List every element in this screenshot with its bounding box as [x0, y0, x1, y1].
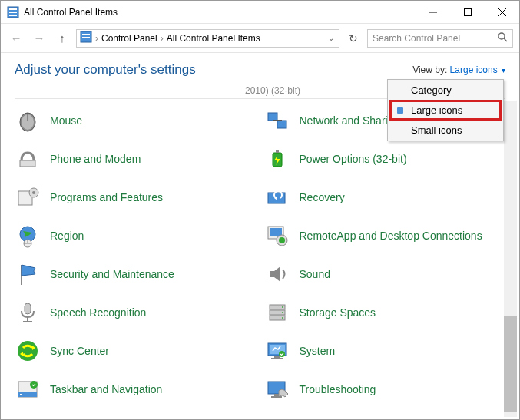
- address-bar[interactable]: › Control Panel › All Control Panel Item…: [76, 29, 339, 48]
- svg-point-35: [279, 237, 285, 243]
- svg-rect-52: [274, 356, 280, 358]
- item-label: Phone and Modem: [50, 153, 141, 166]
- svg-rect-10: [82, 37, 90, 38]
- breadcrumb-sep-icon: ›: [161, 33, 164, 44]
- svg-point-58: [30, 381, 38, 389]
- region-icon: [15, 223, 41, 249]
- item-programs-features[interactable]: Programs and Features: [15, 184, 257, 211]
- items-grid: Mouse Network and Sharing Center Phone a…: [15, 99, 505, 403]
- viewby-current: Large icons: [450, 64, 498, 75]
- system-icon: [264, 338, 290, 364]
- flag-icon: [15, 261, 41, 287]
- svg-rect-57: [20, 394, 22, 395]
- item-phone-modem[interactable]: Phone and Modem: [15, 145, 257, 173]
- svg-point-47: [18, 341, 38, 361]
- svg-marker-37: [270, 266, 280, 282]
- viewby-label: View by:: [412, 64, 447, 75]
- item-recovery[interactable]: Recovery: [264, 184, 506, 211]
- microphone-icon: [15, 299, 41, 326]
- breadcrumb-part1[interactable]: Control Panel: [101, 33, 157, 44]
- item-label: Region: [50, 230, 84, 243]
- item-label: Sound: [300, 268, 330, 281]
- item-sync-center[interactable]: Sync Center: [15, 337, 257, 365]
- item-power-options[interactable]: Power Options (32-bit): [264, 145, 506, 173]
- svg-point-54: [279, 351, 285, 357]
- window-controls: [416, 1, 519, 23]
- svg-rect-33: [270, 228, 282, 236]
- remoteapp-icon: [264, 223, 290, 249]
- search-icon: [497, 31, 508, 45]
- maximize-button[interactable]: [450, 1, 485, 23]
- mouse-icon: [15, 107, 41, 134]
- svg-point-46: [282, 317, 283, 319]
- chevron-down-icon[interactable]: ⌄: [328, 34, 334, 42]
- item-speech-recognition[interactable]: Speech Recognition: [15, 299, 257, 326]
- item-label: Taskbar and Navigation: [50, 383, 162, 396]
- taskbar-icon: [15, 376, 41, 402]
- dropdown-option-large-icons[interactable]: Large icons: [389, 100, 502, 121]
- item-storage-spaces[interactable]: Storage Spaces: [264, 299, 506, 326]
- minimize-button[interactable]: [416, 1, 450, 23]
- search-placeholder: Search Control Panel: [373, 33, 460, 44]
- scroll-thumb[interactable]: [504, 316, 517, 412]
- item-label: Power Options (32-bit): [300, 153, 407, 166]
- svg-rect-60: [274, 394, 279, 396]
- storage-icon: [264, 299, 290, 326]
- item-label: Recovery: [300, 191, 345, 204]
- svg-rect-61: [271, 396, 282, 398]
- svg-rect-21: [276, 150, 279, 153]
- toolbar: ← → ↑ › Control Panel › All Control Pane…: [1, 24, 519, 53]
- item-remoteapp[interactable]: RemoteApp and Desktop Connections: [264, 222, 506, 250]
- item-region[interactable]: Region: [15, 222, 257, 250]
- item-label: Mouse: [50, 114, 82, 127]
- network-icon: [264, 107, 290, 134]
- svg-rect-3: [9, 15, 17, 16]
- item-label: RemoteApp and Desktop Connections: [300, 230, 482, 243]
- item-label: Sync Center: [50, 345, 109, 358]
- svg-rect-5: [464, 8, 471, 15]
- item-label: Speech Recognition: [50, 306, 146, 319]
- svg-point-11: [498, 33, 505, 39]
- refresh-button[interactable]: ↻: [344, 29, 363, 48]
- svg-point-25: [32, 191, 35, 194]
- page-title: Adjust your computer's settings: [15, 62, 412, 78]
- recovery-icon: [264, 184, 290, 210]
- sound-icon: [264, 261, 290, 287]
- up-button[interactable]: ↑: [53, 29, 71, 48]
- scrollbar[interactable]: [504, 101, 517, 417]
- troubleshooting-icon: [264, 376, 290, 402]
- svg-rect-1: [9, 8, 17, 10]
- item-label: Programs and Features: [50, 191, 163, 204]
- item-label: System: [300, 345, 336, 358]
- item-taskbar-navigation[interactable]: Taskbar and Navigation: [15, 375, 257, 403]
- control-panel-addr-icon: [80, 31, 92, 45]
- viewby-dropdown: Category Large icons Small icons: [387, 79, 504, 141]
- breadcrumb-part2[interactable]: All Control Panel Items: [167, 33, 260, 44]
- phone-icon: [15, 146, 41, 172]
- content-area: Adjust your computer's settings View by:…: [1, 53, 519, 419]
- svg-rect-38: [25, 303, 31, 314]
- view-by-control[interactable]: View by: Large icons ▾: [412, 64, 505, 75]
- search-input[interactable]: Search Control Panel: [367, 29, 513, 48]
- programs-icon: [15, 184, 41, 210]
- svg-rect-19: [20, 160, 35, 167]
- forward-button[interactable]: →: [30, 29, 48, 48]
- svg-rect-9: [82, 34, 90, 35]
- svg-line-12: [504, 38, 507, 41]
- item-label: Troubleshooting: [300, 383, 376, 396]
- svg-rect-17: [277, 121, 286, 128]
- item-security-maintenance[interactable]: Security and Maintenance: [15, 260, 257, 288]
- dropdown-option-small-icons[interactable]: Small icons: [389, 121, 502, 139]
- breadcrumb-sep-icon: ›: [95, 33, 98, 44]
- back-button[interactable]: ←: [7, 29, 25, 48]
- item-mouse[interactable]: Mouse: [15, 107, 257, 134]
- dropdown-option-category[interactable]: Category: [389, 81, 502, 99]
- close-button[interactable]: [485, 1, 519, 23]
- control-panel-icon: [7, 6, 19, 18]
- item-troubleshooting[interactable]: Troubleshooting: [264, 375, 506, 403]
- item-sound[interactable]: Sound: [264, 260, 506, 288]
- svg-point-44: [282, 306, 283, 308]
- item-label: Security and Maintenance: [50, 268, 174, 281]
- item-system[interactable]: System: [264, 337, 506, 365]
- chevron-down-icon: ▾: [502, 66, 505, 74]
